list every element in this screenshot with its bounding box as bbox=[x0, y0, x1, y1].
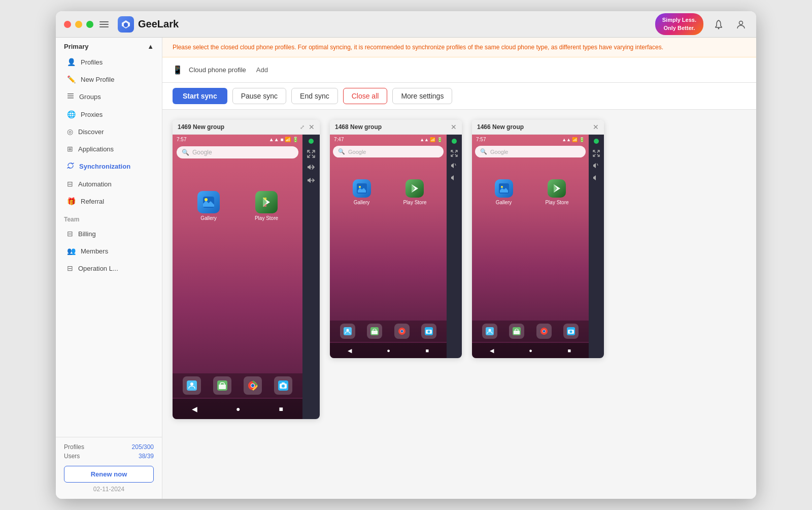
dock-store-icon[interactable] bbox=[213, 376, 231, 395]
dock-store-icon-3[interactable] bbox=[509, 324, 524, 339]
ctrl-fullscreen-1466[interactable] bbox=[593, 150, 600, 157]
phone-1469-close-icon[interactable]: ✕ bbox=[309, 123, 315, 131]
dock-camera-icon-2[interactable] bbox=[421, 324, 436, 339]
sidebar-toggle[interactable] bbox=[99, 18, 112, 30]
sidebar-item-profiles[interactable]: 👤 Profiles bbox=[59, 54, 159, 70]
sidebar-item-automation-label: Automation bbox=[78, 180, 112, 188]
more-settings-button[interactable]: More settings bbox=[392, 88, 452, 104]
home-icon-3[interactable]: ● bbox=[529, 347, 532, 354]
sidebar-item-synchronization[interactable]: Synchronization bbox=[59, 158, 159, 175]
svg-point-38 bbox=[543, 330, 545, 333]
ctrl-volume-down-1469[interactable] bbox=[307, 176, 315, 184]
svg-rect-10 bbox=[219, 385, 226, 389]
sidebar-item-groups-label: Groups bbox=[79, 93, 101, 101]
add-profile-button[interactable]: Add bbox=[256, 66, 268, 74]
back-icon-3[interactable]: ◀ bbox=[490, 347, 494, 354]
phone-1466-playstore-app[interactable]: Play Store bbox=[545, 179, 568, 205]
phone-1468-screen-wrap: 7:47 ▲▲ 📶 🔋 🔍 Google bbox=[330, 135, 447, 358]
svg-point-1 bbox=[739, 21, 743, 24]
groups-icon bbox=[67, 92, 74, 101]
sidebar-item-billing[interactable]: ⊟ Billing bbox=[59, 226, 159, 242]
promo-banner[interactable]: Simply Less. Only Better. bbox=[655, 13, 703, 35]
phone-1469-title: 1469 New group bbox=[178, 123, 224, 131]
phone-1469-playstore-app[interactable]: Play Store bbox=[255, 191, 278, 221]
ctrl-volume-up-1466[interactable] bbox=[593, 162, 600, 169]
close-all-button[interactable]: Close all bbox=[343, 88, 388, 104]
sidebar-item-members[interactable]: 👥 Members bbox=[59, 243, 159, 259]
sidebar-item-discover[interactable]: ◎ Discover bbox=[59, 123, 159, 140]
dock-chrome-icon[interactable] bbox=[244, 376, 262, 395]
gallery-icon bbox=[197, 191, 220, 213]
dock-contacts-icon[interactable] bbox=[183, 376, 201, 395]
sidebar-item-referral[interactable]: 🎁 Referral bbox=[59, 193, 159, 209]
dock-chrome-icon-2[interactable] bbox=[394, 324, 410, 339]
profile-icon[interactable] bbox=[734, 17, 748, 31]
profiles-icon: 👤 bbox=[67, 58, 76, 66]
svg-point-16 bbox=[282, 385, 285, 388]
renew-now-button[interactable]: Renew now bbox=[64, 466, 154, 483]
phone-1469-gallery-app[interactable]: Gallery bbox=[197, 191, 220, 221]
back-icon-2[interactable]: ◀ bbox=[348, 347, 352, 354]
playstore-icon-2 bbox=[405, 179, 424, 198]
recents-icon-2[interactable]: ■ bbox=[426, 347, 429, 354]
main-window: GeeLark Simply Less. Only Better. bbox=[56, 11, 756, 499]
ctrl-fullscreen-1468[interactable] bbox=[451, 150, 458, 157]
playstore-label-3: Play Store bbox=[545, 200, 568, 205]
svg-rect-17 bbox=[282, 382, 285, 384]
phone-1466-search-bar[interactable]: 🔍 Google bbox=[475, 146, 586, 157]
home-icon[interactable]: ● bbox=[236, 405, 240, 413]
sidebar: Primary ▲ 👤 Profiles ✏️ New Profile bbox=[56, 38, 162, 499]
ctrl-fullscreen-1469[interactable] bbox=[307, 150, 315, 158]
home-icon-2[interactable]: ● bbox=[387, 347, 390, 354]
phone-1466-close-icon[interactable]: ✕ bbox=[593, 123, 599, 131]
promo-line1: Simply Less. bbox=[662, 16, 696, 24]
phone-1469-search-bar[interactable]: 🔍 Google bbox=[177, 146, 298, 158]
gallery-label: Gallery bbox=[200, 215, 217, 221]
phone-1468-search-bar[interactable]: 🔍 Google bbox=[333, 146, 444, 157]
dock-chrome-icon-3[interactable] bbox=[536, 324, 552, 339]
phone-1469-maximize-icon[interactable]: ⤢ bbox=[300, 124, 304, 131]
dock-contacts-icon-3[interactable] bbox=[482, 324, 497, 339]
sidebar-item-proxies-label: Proxies bbox=[81, 111, 103, 118]
gallery-icon-3 bbox=[495, 179, 513, 198]
sidebar-item-automation[interactable]: ⊟ Automation bbox=[59, 176, 159, 192]
dock-camera-icon-3[interactable] bbox=[563, 324, 579, 339]
end-sync-button[interactable]: End sync bbox=[291, 88, 338, 104]
back-icon[interactable]: ◀ bbox=[192, 405, 197, 413]
minimize-button[interactable] bbox=[75, 21, 82, 28]
phone-1469-app-grid: Gallery bbox=[173, 161, 302, 221]
start-sync-button[interactable]: Start sync bbox=[173, 88, 227, 104]
svg-rect-23 bbox=[371, 331, 378, 334]
dock-store-icon-2[interactable] bbox=[367, 324, 382, 339]
sidebar-item-groups[interactable]: Groups bbox=[59, 88, 159, 105]
phone-1468-close-icon[interactable]: ✕ bbox=[451, 123, 457, 131]
sidebar-primary-label: Primary bbox=[64, 43, 88, 50]
ctrl-volume-down-1468[interactable] bbox=[451, 174, 458, 181]
ctrl-volume-up-1469[interactable] bbox=[307, 163, 315, 171]
sidebar-item-applications[interactable]: ⊞ Applications bbox=[59, 141, 159, 157]
sidebar-item-proxies[interactable]: 🌐 Proxies bbox=[59, 106, 159, 122]
phone-1468-playstore-app[interactable]: Play Store bbox=[403, 179, 426, 205]
svg-rect-4 bbox=[67, 98, 74, 99]
close-button[interactable] bbox=[64, 21, 71, 28]
phone-1468-gallery-app[interactable]: Gallery bbox=[353, 179, 371, 205]
recents-icon-3[interactable]: ■ bbox=[568, 347, 571, 354]
sidebar-item-operation-log[interactable]: ⊟ Operation L... bbox=[59, 260, 159, 276]
sidebar-item-new-profile[interactable]: ✏️ New Profile bbox=[59, 71, 159, 87]
phone-1466-gallery-app[interactable]: Gallery bbox=[495, 179, 513, 205]
dock-contacts-icon-2[interactable] bbox=[340, 324, 355, 339]
gallery-label-3: Gallery bbox=[496, 200, 512, 205]
ctrl-volume-up-1468[interactable] bbox=[451, 162, 458, 169]
maximize-button[interactable] bbox=[86, 21, 93, 28]
phone-1466-body: 7:57 ▲▲ 📶 🔋 🔍 Google bbox=[472, 135, 604, 358]
svg-rect-35 bbox=[514, 331, 520, 334]
profiles-stat-value: 205/300 bbox=[132, 443, 154, 451]
notification-icon[interactable] bbox=[712, 17, 726, 31]
sidebar-item-discover-label: Discover bbox=[78, 128, 104, 136]
recents-icon[interactable]: ■ bbox=[279, 405, 283, 413]
pause-sync-button[interactable]: Pause sync bbox=[232, 88, 286, 104]
ctrl-volume-down-1466[interactable] bbox=[593, 174, 600, 181]
dock-camera-icon[interactable] bbox=[274, 376, 292, 395]
sidebar-item-billing-label: Billing bbox=[78, 230, 96, 238]
phone-1469-navbar: ◀ ● ■ bbox=[173, 399, 302, 419]
